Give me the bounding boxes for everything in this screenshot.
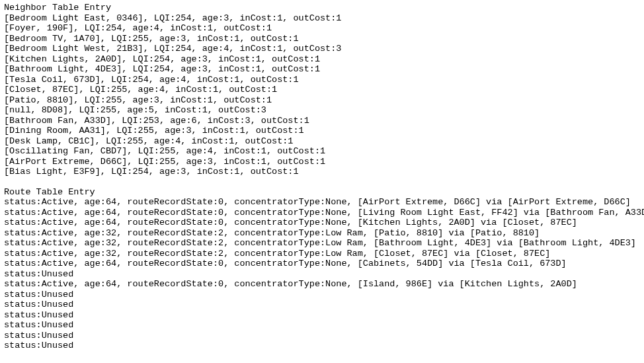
- route-entry: status:Unused: [4, 269, 640, 280]
- neighbor-entry: [AirPort Extreme, D66C], LQI:255, age:3,…: [4, 157, 640, 167]
- neighbor-entry: [Patio, 8810], LQI:255, age:3, inCost:1,…: [4, 95, 640, 106]
- neighbor-entry: [Tesla Coil, 673D], LQI:254, age:4, inCo…: [4, 75, 640, 85]
- neighbor-entry: [Bathroom Fan, A33D], LQI:253, age:6, in…: [4, 116, 640, 126]
- neighbor-entry: [Oscillating Fan, CBD7], LQI:255, age:4,…: [4, 146, 640, 157]
- neighbor-entry: [Bedroom Light East, 0346], LQI:254, age…: [4, 13, 640, 24]
- neighbor-entry: [Dining Room, AA31], LQI:255, age:3, inC…: [4, 126, 640, 136]
- neighbor-entry: [Bias Light, E3F9], LQI:254, age:3, inCo…: [4, 167, 640, 177]
- neighbor-entry: [Foyer, 190F], LQI:254, age:4, inCost:1,…: [4, 23, 640, 34]
- neighbor-entry: [null, 8D08], LQI:255, age:5, inCost:1, …: [4, 105, 640, 116]
- log-output: Neighbor Table Entry [Bedroom Light East…: [0, 0, 644, 354]
- route-table-body: status:Active, age:64, routeRecordState:…: [4, 197, 640, 351]
- neighbor-entry: [Kitchen Lights, 2A0D], LQI:254, age:3, …: [4, 54, 640, 65]
- route-entry: status:Active, age:64, routeRecordState:…: [4, 197, 640, 208]
- route-table-header: Route Table Entry: [4, 187, 640, 198]
- route-entry: status:Unused: [4, 300, 640, 310]
- neighbor-entry: [Bedroom Light West, 21B3], LQI:254, age…: [4, 44, 640, 54]
- route-entry: status:Active, age:64, routeRecordState:…: [4, 208, 640, 218]
- route-entry: status:Unused: [4, 331, 640, 341]
- route-entry: status:Active, age:32, routeRecordState:…: [4, 238, 640, 249]
- route-entry: status:Unused: [4, 310, 640, 321]
- neighbor-table-section: Neighbor Table Entry [Bedroom Light East…: [4, 3, 640, 177]
- route-entry: status:Active, age:32, routeRecordState:…: [4, 228, 640, 239]
- route-entry: status:Active, age:64, routeRecordState:…: [4, 218, 640, 228]
- route-entry: status:Active, age:64, routeRecordState:…: [4, 279, 640, 290]
- route-entry: status:Unused: [4, 341, 640, 351]
- neighbor-entry: [Bathroom Light, 4DE3], LQI:254, age:3, …: [4, 64, 640, 75]
- route-entry: status:Active, age:64, routeRecordState:…: [4, 259, 640, 269]
- route-table-section: Route Table Entry status:Active, age:64,…: [4, 187, 640, 351]
- neighbor-table-header: Neighbor Table Entry: [4, 3, 640, 13]
- neighbor-table-body: [Bedroom Light East, 0346], LQI:254, age…: [4, 13, 640, 177]
- neighbor-entry: [Desk Lamp, CB1C], LQI:255, age:4, inCos…: [4, 136, 640, 147]
- neighbor-entry: [Closet, 87EC], LQI:255, age:4, inCost:1…: [4, 85, 640, 95]
- neighbor-entry: [Bedroom TV, 1A70], LQI:255, age:3, inCo…: [4, 34, 640, 44]
- route-entry: status:Unused: [4, 320, 640, 331]
- route-entry: status:Unused: [4, 290, 640, 300]
- route-entry: status:Active, age:32, routeRecordState:…: [4, 249, 640, 259]
